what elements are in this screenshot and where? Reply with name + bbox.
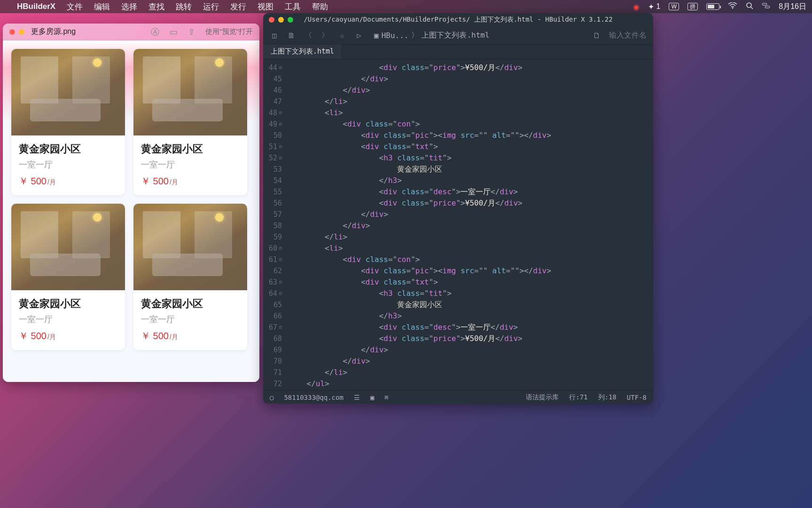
card-image xyxy=(133,204,247,290)
menubar-left: HBuilderX 文件 编辑 选择 查找 跳转 运行 发行 视图 工具 帮助 xyxy=(6,1,328,12)
status-encoding[interactable]: UTF-8 xyxy=(627,394,647,401)
run-icon[interactable]: ▷ xyxy=(354,31,364,40)
svg-rect-4 xyxy=(765,6,770,8)
syntax-hint-button[interactable]: 语法提示库 xyxy=(526,393,559,402)
svg-point-1 xyxy=(747,3,751,8)
card-title: 黄金家园小区 xyxy=(19,297,117,311)
breadcrumb[interactable]: ▣ HBu... 〉 上图下文列表.html xyxy=(374,31,490,40)
close-icon[interactable] xyxy=(9,29,15,35)
folder-icon: ▣ xyxy=(374,31,379,40)
macos-menubar: HBuilderX 文件 编辑 选择 查找 跳转 运行 发行 视图 工具 帮助 … xyxy=(0,0,812,13)
open-with-preview-button[interactable]: 使用"预览"打开 xyxy=(205,27,253,36)
card-desc: 一室一厅 xyxy=(19,159,117,170)
card-image xyxy=(11,204,125,290)
close-icon[interactable] xyxy=(269,17,274,23)
star-icon[interactable]: ☆ xyxy=(337,31,347,40)
card-image xyxy=(11,49,125,135)
menu-goto[interactable]: 跳转 xyxy=(176,1,192,12)
preview-content: 黄金家园小区 一室一厅 ￥ 500/月 黄金家园小区 一室一厅 ￥ 500/月 … xyxy=(3,40,259,382)
card-price: ￥ 500/月 xyxy=(19,330,117,342)
status-col[interactable]: 列:18 xyxy=(598,393,617,402)
list-icon[interactable]: ☰ xyxy=(354,394,360,401)
svg-point-0 xyxy=(732,8,734,9)
menubar-date[interactable]: 8月16日 xyxy=(779,2,806,12)
listing-card[interactable]: 黄金家园小区 一室一厅 ￥ 500/月 xyxy=(11,204,125,350)
card-desc: 一室一厅 xyxy=(141,159,240,170)
cards-grid: 黄金家园小区 一室一厅 ￥ 500/月 黄金家园小区 一室一厅 ￥ 500/月 … xyxy=(11,49,251,350)
menu-run[interactable]: 运行 xyxy=(203,1,219,12)
file-search-input[interactable]: 输入文件名 xyxy=(609,31,647,40)
editor-titlebar: /Users/caoyuan/Documents/HBuilderProject… xyxy=(263,13,653,26)
minimize-icon[interactable] xyxy=(278,17,284,23)
minimize-icon[interactable] xyxy=(19,29,24,35)
editor-window-title: /Users/caoyuan/Documents/HBuilderProject… xyxy=(304,16,612,24)
record-icon[interactable]: ◉ xyxy=(633,2,640,11)
wechat-icon[interactable]: ✦ 1 xyxy=(648,2,660,11)
editor-body[interactable]: 44 ⊟45464748 ⊟49 ⊟5051 ⊟52 ⊟535455565758… xyxy=(263,59,653,390)
card-image xyxy=(133,49,247,135)
battery-icon[interactable] xyxy=(706,3,719,10)
search-icon[interactable] xyxy=(746,2,753,11)
listing-card[interactable]: 黄金家园小区 一室一厅 ￥ 500/月 xyxy=(133,49,247,195)
listing-card[interactable]: 黄金家园小区 一室一厅 ￥ 500/月 xyxy=(133,204,247,350)
menu-view[interactable]: 视图 xyxy=(258,1,273,12)
listing-card[interactable]: 黄金家园小区 一室一厅 ￥ 500/月 xyxy=(11,49,125,195)
wifi-icon[interactable] xyxy=(728,2,737,11)
code-area[interactable]: <div class="price">¥500/月</div> </div> <… xyxy=(286,59,653,390)
share-icon[interactable]: ⇪ xyxy=(188,27,195,37)
menu-edit[interactable]: 编辑 xyxy=(94,1,110,12)
menubar-right: ◉ ✦ 1 W 拼 8月16日 xyxy=(633,2,806,12)
preview-icon[interactable]: ⌘ xyxy=(384,394,388,401)
menu-tools[interactable]: 工具 xyxy=(285,1,301,12)
editor-statusbar: ◯ 58110333@qq.com ☰ ▣ ⌘ 语法提示库 行:71 列:18 … xyxy=(263,390,653,404)
card-price: ￥ 500/月 xyxy=(19,175,117,188)
card-title: 黄金家园小区 xyxy=(141,297,240,311)
menubar-app-name[interactable]: HBuilderX xyxy=(17,2,55,11)
menu-find[interactable]: 查找 xyxy=(148,1,164,12)
card-desc: 一室一厅 xyxy=(141,314,240,325)
maximize-icon[interactable] xyxy=(288,17,293,23)
menu-publish[interactable]: 发行 xyxy=(230,1,246,12)
panel-left-icon[interactable]: ◫ xyxy=(270,31,279,40)
control-center-icon[interactable] xyxy=(762,2,770,11)
nav-forward-icon[interactable]: 〉 xyxy=(320,31,330,40)
card-desc: 一室一厅 xyxy=(19,314,117,325)
preview-window: 更多房源.png Ⓐ ▭ ⇪ 使用"预览"打开 黄金家园小区 一室一厅 ￥ 50… xyxy=(3,24,259,382)
menu-select[interactable]: 选择 xyxy=(121,1,137,12)
editor-window: /Users/caoyuan/Documents/HBuilderProject… xyxy=(263,13,653,404)
card-title: 黄金家园小区 xyxy=(19,142,117,156)
rotate-icon[interactable]: ▭ xyxy=(170,27,178,37)
user-icon[interactable]: ◯ xyxy=(270,394,273,401)
editor-tabs: 上图下文列表.html xyxy=(263,45,653,59)
card-title: 黄金家园小区 xyxy=(141,142,240,156)
svg-line-2 xyxy=(751,7,753,9)
editor-tab[interactable]: 上图下文列表.html xyxy=(263,44,342,59)
line-gutter: 44 ⊟45464748 ⊟49 ⊟5051 ⊟52 ⊟535455565758… xyxy=(263,59,286,390)
nav-back-icon[interactable]: 〈 xyxy=(304,31,313,40)
crumb-folder[interactable]: HBu... xyxy=(382,31,409,40)
status-email[interactable]: 58110333@qq.com xyxy=(284,394,343,401)
markup-icon[interactable]: Ⓐ xyxy=(151,26,159,38)
w-badge-icon[interactable]: W xyxy=(669,3,679,10)
card-price: ￥ 500/月 xyxy=(141,330,240,342)
menu-file[interactable]: 文件 xyxy=(67,1,83,12)
input-method-icon[interactable]: 拼 xyxy=(687,3,698,10)
editor-toolbar: ◫ 🗎 〈 〉 ☆ ▷ ▣ HBu... 〉 上图下文列表.html 🗋 输入文… xyxy=(263,26,653,45)
preview-title: 更多房源.png xyxy=(31,27,76,37)
save-icon[interactable]: 🗎 xyxy=(287,31,296,40)
card-price: ￥ 500/月 xyxy=(141,175,240,188)
crumb-file[interactable]: 上图下文列表.html xyxy=(422,31,489,40)
chevron-right-icon: 〉 xyxy=(411,31,419,40)
menu-help[interactable]: 帮助 xyxy=(312,1,328,12)
terminal-icon[interactable]: ▣ xyxy=(370,394,374,401)
preview-titlebar: 更多房源.png Ⓐ ▭ ⇪ 使用"预览"打开 xyxy=(3,24,259,40)
svg-rect-3 xyxy=(762,3,767,5)
new-file-icon[interactable]: 🗋 xyxy=(592,31,601,40)
status-line[interactable]: 行:71 xyxy=(569,393,587,402)
